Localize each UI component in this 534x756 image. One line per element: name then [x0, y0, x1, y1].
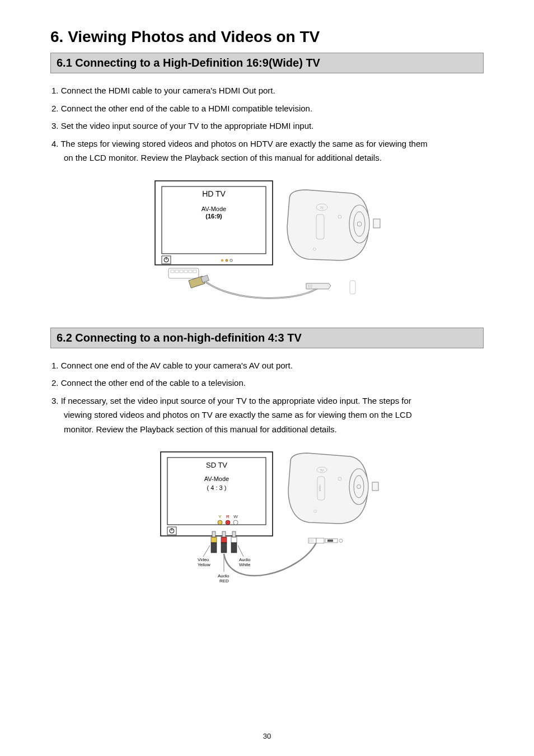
svg-point-50 — [349, 469, 368, 505]
step-6-2-3-line2: viewing stored videos and photos on TV a… — [51, 408, 484, 422]
svg-rect-46 — [231, 543, 237, 553]
step-6-2-3-line3: monitor. Review the Playback section of … — [51, 422, 484, 437]
step-6-2-1: 1. Connect one end of the AV cable to yo… — [50, 358, 484, 373]
step-6-1-2: 2. Connect the other end of the cable to… — [50, 101, 484, 116]
step-6-2-3: 3. If necessary, set the video input sou… — [50, 394, 484, 437]
av-mode-ratio-2: ( 4 : 3 ) — [207, 484, 227, 491]
figure-av-connection: SD TV AV-Mode ( 4 : 3 ) Y R W — [50, 447, 484, 590]
svg-rect-53 — [372, 482, 378, 491]
svg-rect-66 — [327, 540, 333, 542]
section-6-1-heading: 6.1 Connecting to a High-Definition 16:9… — [50, 53, 484, 73]
av-mode-label-2: AV-Mode — [204, 475, 229, 482]
section-6-2-heading: 6.2 Connecting to a non-high-definition … — [50, 328, 484, 348]
step-6-2-2: 2. Connect the other end of the cable to… — [50, 376, 484, 390]
audio-red-label-2: RED — [219, 578, 229, 584]
figure-hdmi-connection: HD TV AV-Mode (16:9) — [50, 176, 484, 307]
rca-plug-red — [221, 531, 227, 553]
svg-point-35 — [218, 520, 222, 525]
audio-white-label-1: Audio — [239, 557, 251, 562]
svg-rect-43 — [221, 543, 227, 553]
svg-rect-39 — [212, 531, 216, 537]
svg-point-36 — [226, 520, 230, 525]
svg-rect-20 — [373, 219, 380, 228]
svg-point-37 — [233, 520, 238, 525]
hdtv-label: HD TV — [202, 189, 226, 198]
audio-white-label-2: White — [239, 562, 251, 567]
svg-text:MENU: MENU — [318, 484, 321, 491]
step-6-1-4-line1: 4. The steps for viewing stored videos a… — [51, 139, 428, 148]
svg-rect-29 — [350, 281, 355, 294]
svg-rect-45 — [232, 531, 236, 537]
svg-rect-14 — [193, 270, 196, 273]
svg-point-7 — [230, 259, 232, 261]
rca-r-label: R — [226, 514, 229, 519]
svg-rect-44 — [231, 537, 237, 543]
rca-plug-yellow — [211, 531, 217, 553]
step-6-1-4-line2: on the LCD monitor. Review the Playback … — [51, 151, 484, 165]
camera-icon: TV — [287, 190, 380, 294]
audio-red-label-1: Audio — [218, 573, 229, 578]
camera-icon-2: TV MENU — [288, 453, 378, 543]
svg-rect-13 — [189, 270, 192, 273]
step-6-2-3-line1: 3. If necessary, set the video input sou… — [51, 396, 411, 405]
svg-rect-64 — [316, 538, 324, 543]
page-number: 30 — [0, 732, 534, 740]
rca-w-label: W — [233, 514, 238, 519]
svg-line-48 — [238, 545, 243, 557]
step-6-1-4: 4. The steps for viewing stored videos a… — [50, 137, 484, 165]
video-yellow-label: Yellow — [198, 562, 210, 567]
svg-rect-42 — [222, 531, 226, 537]
rca-plug-white — [231, 531, 237, 553]
svg-point-6 — [226, 259, 228, 261]
svg-point-67 — [339, 539, 343, 543]
svg-rect-8 — [168, 268, 199, 278]
svg-rect-10 — [175, 270, 179, 273]
svg-text:TV: TV — [320, 469, 324, 472]
rca-y-label: Y — [218, 514, 222, 519]
svg-rect-9 — [171, 270, 174, 273]
svg-line-47 — [203, 545, 210, 557]
page-title: 6. Viewing Photos and Videos on TV — [50, 28, 484, 46]
svg-point-5 — [221, 259, 223, 261]
svg-point-17 — [349, 205, 369, 243]
svg-rect-11 — [180, 270, 183, 273]
av-mode-label: AV-Mode — [202, 206, 226, 212]
svg-rect-38 — [211, 537, 217, 543]
svg-rect-40 — [211, 543, 217, 553]
step-6-1-1: 1. Connect the HDMI cable to your camera… — [50, 83, 484, 98]
av-mode-ratio: (16:9) — [205, 213, 222, 220]
step-6-1-3: 3. Set the video input source of your TV… — [50, 119, 484, 133]
video-label: Video — [198, 557, 209, 562]
svg-rect-41 — [221, 537, 227, 543]
svg-rect-12 — [184, 270, 188, 273]
sdtv-label: SD TV — [206, 461, 227, 469]
svg-text:TV: TV — [320, 206, 324, 209]
